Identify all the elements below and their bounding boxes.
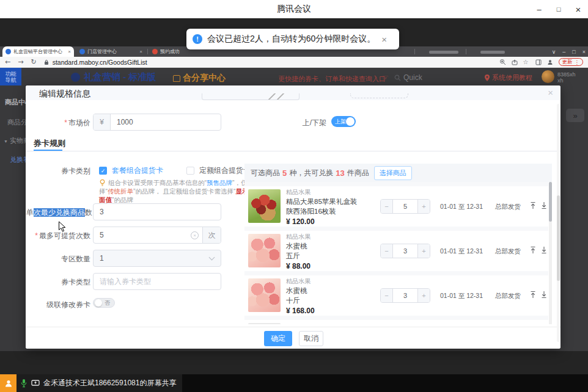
pin-icon <box>485 74 490 81</box>
decrease-button[interactable]: − <box>381 289 393 302</box>
scrollbar-thumb[interactable] <box>549 182 552 222</box>
tab-card-rules[interactable]: 券卡规则 <box>34 138 65 149</box>
min-exchange-input[interactable] <box>93 203 221 220</box>
product-name: 水蜜桃 <box>286 242 378 251</box>
tab-store-admin[interactable]: 门店管理中心 × <box>76 46 145 57</box>
zone-count-field[interactable] <box>94 250 210 266</box>
edit-spec-modal: 编辑规格信息 × *市场价 ¥ 上/下架 上架 券卡规则 券卡 <box>26 85 560 349</box>
sidepanel-icon[interactable] <box>535 59 542 65</box>
browser-update-button[interactable]: 更新 ⋮ <box>559 58 584 66</box>
quantity-stepper: − 5 + <box>380 199 430 214</box>
checkbox-unchecked-icon[interactable] <box>186 167 194 175</box>
quantity-value[interactable]: 3 <box>393 244 417 258</box>
decrease-button[interactable]: − <box>381 244 393 258</box>
modal-close-icon[interactable]: × <box>548 87 553 98</box>
minimize-button[interactable]: – <box>529 0 549 18</box>
bookmark-star-icon[interactable]: ☆ <box>523 59 529 65</box>
zoom-icon[interactable] <box>499 59 506 65</box>
tutorial-link[interactable]: 系统使用教程 <box>485 73 532 82</box>
tab-close-icon[interactable]: × <box>139 49 142 54</box>
tab-close-icon[interactable]: × <box>68 49 71 54</box>
sidebar-item-exchange-pack[interactable]: 兑换礼包 <box>10 155 26 164</box>
delivery-source: 总部发货 <box>495 247 521 256</box>
expand-panel-button[interactable]: » <box>566 109 584 122</box>
chevron-down-icon <box>209 255 215 261</box>
market-price-field[interactable] <box>111 114 221 130</box>
textarea-bottom-edge[interactable] <box>202 93 300 100</box>
browser-close-button[interactable]: × <box>582 49 586 55</box>
product-list: 精品水果 精品大果85苹果礼盒装 陕西洛阳16枚装 ¥ 120.00 − 5 +… <box>244 182 548 324</box>
cascade-toggle[interactable]: 否 <box>93 298 115 308</box>
move-bottom-icon[interactable] <box>540 246 548 254</box>
increase-button[interactable]: + <box>417 244 430 258</box>
cancel-button[interactable]: 取消 <box>299 331 323 346</box>
cascade-label: 级联修改券卡 <box>26 300 90 310</box>
addressbar-actions: ☆ 更新 ⋮ <box>499 58 583 66</box>
page-sidebar: 商品中心 商品分类 ▼实物商品 兑换礼包 <box>0 85 26 351</box>
panel-scrollbar[interactable] <box>549 182 552 324</box>
option-package-card[interactable]: 套餐组合提货卡 <box>112 165 163 176</box>
user-name: 8385xh xh <box>557 71 576 84</box>
brand-logo-icon <box>71 73 80 82</box>
browser-minimize-button[interactable]: – <box>562 49 565 55</box>
quantity-value[interactable]: 3 <box>393 289 417 302</box>
max-pick-field[interactable] <box>94 227 191 243</box>
confirm-button[interactable]: 确定 <box>264 331 292 346</box>
sidebar-item-physical-goods[interactable]: ▼实物商品 <box>4 136 26 145</box>
move-top-icon[interactable] <box>529 201 537 209</box>
zone-count-select[interactable] <box>93 250 221 267</box>
move-top-icon[interactable] <box>529 291 537 299</box>
move-bottom-icon[interactable] <box>540 291 548 299</box>
tab-menu-icon[interactable]: ∨ <box>552 49 556 55</box>
upload-box-bottom-edge[interactable] <box>350 93 408 98</box>
share-center-link[interactable]: 合分享中心 <box>173 73 226 84</box>
tab-divider <box>414 49 415 54</box>
quick-search[interactable]: Quick <box>394 73 422 82</box>
forward-icon[interactable]: → <box>18 58 23 66</box>
more-menu-icon[interactable]: ⋮ <box>575 59 580 65</box>
market-price-input[interactable]: ¥ <box>93 114 221 131</box>
sidebar-item-goods-center[interactable]: 商品中心 <box>5 98 26 107</box>
site-navbar: 功能导航 礼盒营销 - 标准版 合分享中心 更快捷的券卡、订单和快递查询入口 ☞… <box>0 68 588 85</box>
tip-keyword-presale: 预售品牌 <box>207 179 232 186</box>
min-exchange-field[interactable] <box>94 204 221 220</box>
mouse-cursor <box>58 221 66 233</box>
quantity-value[interactable]: 5 <box>393 200 417 213</box>
url-text[interactable]: standard.maboy.cn/GoodsGiftList <box>53 59 499 66</box>
increase-button[interactable]: + <box>417 289 430 302</box>
card-category-label: 券卡类别 <box>26 166 90 176</box>
move-bottom-icon[interactable] <box>540 201 548 209</box>
share-icon[interactable] <box>512 59 518 65</box>
nav-toggle-button[interactable]: 功能导航 <box>0 68 21 85</box>
back-icon[interactable]: ← <box>5 58 10 66</box>
tab-booking-success[interactable]: 预约成功 <box>149 46 189 57</box>
scrollbar-thumb[interactable] <box>557 195 560 281</box>
card-type-field[interactable] <box>94 274 221 289</box>
user-avatar[interactable] <box>542 70 554 83</box>
delivery-source: 总部发货 <box>495 203 521 211</box>
profile-icon[interactable] <box>547 59 553 65</box>
max-pick-input[interactable]: × 次 <box>93 227 221 244</box>
tab-gift-admin[interactable]: 礼盒营销平台管理中心 × <box>2 46 74 57</box>
toast-close-icon[interactable]: × <box>381 34 387 45</box>
maximize-button[interactable]: □ <box>549 0 568 18</box>
select-products-button[interactable]: 选择商品 <box>374 166 412 180</box>
decrease-button[interactable]: − <box>381 200 393 213</box>
meeting-taskbar: 金禾通技术王斌18662591081的屏幕共享 <box>0 374 588 392</box>
close-button[interactable]: × <box>568 0 588 18</box>
modal-scrollbar[interactable] <box>557 104 560 342</box>
increase-button[interactable]: + <box>417 200 430 213</box>
reload-icon[interactable]: ↻ <box>31 58 36 66</box>
move-top-icon[interactable] <box>529 246 537 254</box>
shelf-toggle[interactable]: 上架 <box>331 116 356 127</box>
card-type-input[interactable] <box>93 273 221 290</box>
option-fixed-card[interactable]: 定额组合提货卡 <box>199 165 251 176</box>
exchange-count: 13 <box>336 169 344 178</box>
clear-icon[interactable]: × <box>191 231 199 239</box>
checkbox-checked-icon[interactable]: ✓ <box>99 167 107 175</box>
valid-date-range: 01-01 至 12-31 <box>440 247 483 256</box>
sidebar-item-goods-category[interactable]: 商品分类 <box>7 118 26 127</box>
browser-maximize-button[interactable]: □ <box>572 49 575 55</box>
share-status-text: 金禾通技术王斌18662591081的屏幕共享 <box>43 378 176 388</box>
product-name: 精品大果85苹果礼盒装 <box>286 197 378 206</box>
